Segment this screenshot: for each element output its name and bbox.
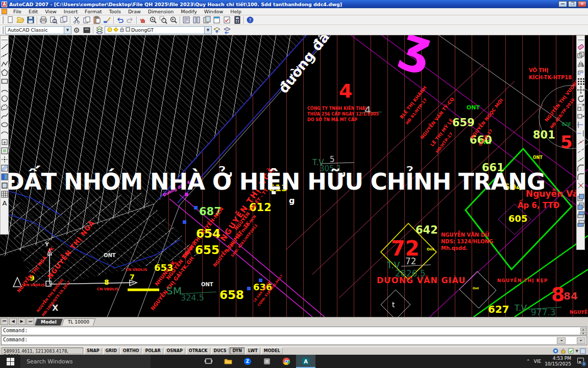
workspace-combo[interactable]: AutoCAD Classic ▼ [5, 26, 71, 34]
toolbar-grip[interactable] [2, 27, 4, 34]
send-to-back-icon[interactable] [577, 202, 585, 210]
scroll-left-icon[interactable]: ◄ [557, 337, 566, 344]
chevron-down-icon[interactable]: ▼ [64, 27, 71, 34]
toolbar-grip[interactable] [2, 16, 4, 24]
plot-preview-icon[interactable] [48, 16, 59, 25]
taskbar-app-zalo[interactable]: Z [238, 355, 257, 368]
match-properties-icon[interactable] [102, 16, 112, 25]
chevron-down-icon[interactable]: ▼ [204, 27, 211, 34]
chamfer-icon[interactable] [577, 164, 585, 172]
join-icon[interactable] [577, 155, 585, 164]
status-toggle-model[interactable]: MODEL [261, 348, 283, 354]
mirror-icon[interactable] [577, 60, 585, 68]
polyline-icon[interactable] [1, 60, 9, 68]
insert-block-icon[interactable] [1, 138, 9, 146]
command-scrollbar[interactable]: ▲▼ [580, 328, 586, 334]
extend-icon[interactable] [577, 129, 585, 137]
drawing-file-icon[interactable] [2, 9, 7, 14]
taskbar-app-chrome[interactable] [277, 355, 296, 368]
notification-icon[interactable]: 1 [575, 357, 585, 365]
status-toggle-osnap[interactable]: OSNAP [164, 348, 185, 354]
explode-icon[interactable] [577, 181, 585, 190]
send-under-objects-icon[interactable] [577, 219, 585, 227]
language-indicator[interactable]: VIE [534, 359, 542, 364]
status-tray-arrow-icon[interactable]: ▼ [576, 349, 578, 353]
restore-button[interactable]: ❐ [568, 1, 577, 7]
title-bar[interactable]: A AutoCAD 2007 - [C:\Users\computer\Desk… [0, 0, 588, 8]
point-icon[interactable] [1, 155, 9, 164]
trusted-dwg-icon[interactable] [568, 348, 574, 354]
ellipse-arc-icon[interactable] [1, 129, 9, 137]
fillet-icon[interactable] [577, 173, 585, 181]
make-object-layer-current-icon[interactable] [212, 26, 222, 34]
ellipse-icon[interactable] [1, 121, 9, 129]
menu-help[interactable]: Help [227, 8, 245, 15]
layer-on-icon[interactable] [107, 27, 112, 33]
status-toggle-dyn[interactable]: DYN [230, 348, 244, 354]
designcenter-icon[interactable] [191, 16, 202, 25]
toolbar-grip[interactable] [578, 38, 584, 40]
toolbar-grip[interactable] [2, 38, 8, 40]
sheet-set-manager-icon[interactable] [212, 16, 222, 25]
toolbar-unlock-icon[interactable] [560, 348, 567, 354]
cut-icon[interactable] [71, 16, 82, 25]
break-icon[interactable] [577, 147, 585, 155]
status-toggle-snap[interactable]: SNAP [84, 348, 102, 354]
scroll-right-icon[interactable]: ► [577, 337, 585, 344]
open-icon[interactable] [15, 16, 26, 25]
rotate-icon[interactable] [577, 95, 585, 103]
circle-icon[interactable] [1, 95, 9, 103]
properties-icon[interactable] [181, 16, 191, 25]
scale-icon[interactable] [577, 103, 585, 111]
revision-cloud-icon[interactable] [1, 103, 9, 111]
menu-edit[interactable]: Edit [25, 8, 41, 15]
offset-icon[interactable] [577, 68, 585, 77]
save-icon[interactable] [26, 16, 36, 25]
status-toggle-ortho[interactable]: ORTHO [120, 348, 142, 354]
menu-insert[interactable]: Insert [60, 8, 81, 15]
status-toggle-otrack[interactable]: OTRACK [186, 348, 210, 354]
polygon-icon[interactable] [1, 68, 9, 77]
tab-nav-button[interactable]: ⏮ [1, 318, 8, 325]
tab-nav-button[interactable]: ⏭ [27, 318, 34, 325]
layer-color-chip[interactable] [126, 27, 130, 33]
my-workspace-icon[interactable] [82, 26, 92, 34]
markup-set-manager-icon[interactable] [222, 16, 232, 25]
layer-lock-icon[interactable] [119, 27, 125, 33]
tab-nav-button[interactable]: ◀ [9, 318, 17, 325]
region-icon[interactable] [1, 181, 9, 190]
move-icon[interactable] [577, 86, 585, 94]
menu-format[interactable]: Format [81, 8, 105, 15]
spline-icon[interactable] [1, 112, 9, 120]
quickcalc-icon[interactable] [232, 16, 242, 25]
tool-palettes-icon[interactable] [202, 16, 212, 25]
construction-line-icon[interactable] [1, 51, 9, 59]
minimize-button[interactable]: — [558, 1, 567, 7]
menu-file[interactable]: File [10, 8, 25, 15]
command-input[interactable]: Command: ◄► [1, 336, 587, 345]
menu-view[interactable]: View [41, 8, 60, 15]
layer-previous-icon[interactable] [222, 26, 232, 34]
taskbar-app-file-explorer[interactable] [218, 355, 238, 368]
layers-manager-icon[interactable] [94, 26, 105, 34]
taskbar-app-app-gray[interactable] [257, 355, 277, 368]
paste-icon[interactable] [92, 16, 102, 25]
make-block-icon[interactable] [1, 147, 9, 155]
status-toggle-polar[interactable]: POLAR [142, 348, 163, 354]
clean-screen-button[interactable] [580, 348, 586, 354]
hatch-icon[interactable] [1, 164, 9, 172]
trim-icon[interactable] [577, 121, 585, 129]
undo-icon[interactable] [115, 16, 125, 25]
status-toggle-ducs[interactable]: DUCS [211, 348, 229, 354]
rectangle-icon[interactable] [1, 77, 9, 85]
erase-icon[interactable] [577, 42, 585, 51]
status-toggle-lwt[interactable]: LWT [246, 348, 260, 354]
taskbar-app-autocad[interactable]: A [296, 355, 315, 368]
workspace-settings-icon[interactable] [71, 26, 82, 34]
status-toggle-grid[interactable]: GRID [103, 348, 119, 354]
layer-combo[interactable]: DuongGT ▼ [105, 26, 212, 34]
tab-layout[interactable]: TL 10000 [62, 318, 96, 326]
redo-icon[interactable] [125, 16, 135, 25]
help-icon[interactable]: ? [245, 16, 255, 25]
menu-modify[interactable]: Modify [177, 8, 200, 15]
